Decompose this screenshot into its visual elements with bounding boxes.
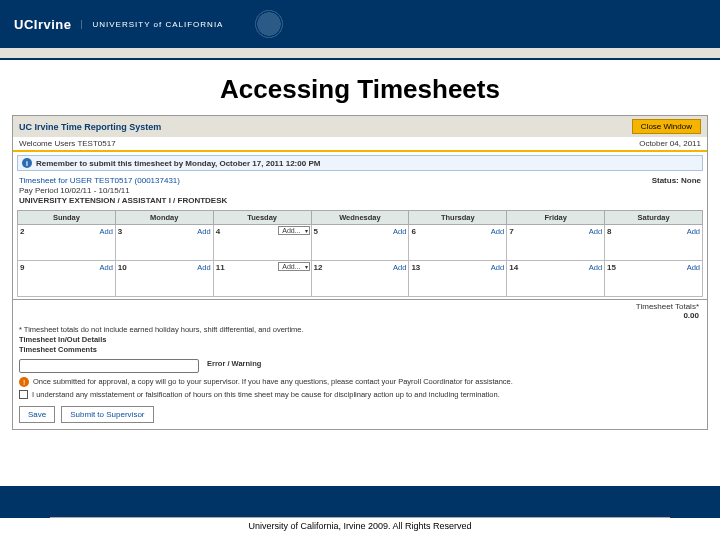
dept-role: UNIVERSITY EXTENSION / ASSISTANT I / FRO… (19, 196, 227, 205)
day-number: 4 (216, 227, 220, 236)
day-header: Tuesday (213, 211, 311, 225)
day-header: Friday (507, 211, 605, 225)
action-buttons: Save Submit to Supervisor (13, 400, 707, 429)
day-number: 5 (314, 227, 318, 236)
inout-details-label: Timesheet In/Out Details (19, 335, 701, 344)
pay-period: Pay Period 10/02/11 - 10/15/11 (19, 186, 227, 195)
calendar-cell[interactable]: 2Add (18, 225, 116, 261)
bottom-blue-band (0, 486, 720, 518)
calendar-cell[interactable]: 11Add... (213, 261, 311, 297)
disclaimer-text: Once submitted for approval, a copy will… (33, 377, 513, 386)
calendar-cell[interactable]: 10Add (115, 261, 213, 297)
calendar-cell[interactable]: 5Add (311, 225, 409, 261)
add-hours-dropdown[interactable]: Add... (278, 262, 309, 271)
brand-bar: UCIrvine UNIVERSITY of CALIFORNIA (0, 0, 720, 48)
add-hours-link[interactable]: Add (99, 227, 112, 236)
disclaimer-row: ! Once submitted for approval, a copy wi… (13, 375, 707, 389)
calendar-cell[interactable]: 9Add (18, 261, 116, 297)
comments-select[interactable] (19, 359, 199, 373)
totals-value: 0.00 (683, 311, 699, 320)
day-number: 3 (118, 227, 122, 236)
add-hours-dropdown[interactable]: Add... (278, 226, 309, 235)
day-number: 12 (314, 263, 323, 272)
trs-header: UC Irvine Time Reporting System Close Wi… (13, 116, 707, 137)
acknowledgement-row: I understand any misstatement or falsifi… (13, 389, 707, 400)
warning-icon: ! (19, 377, 29, 387)
calendar-cell[interactable]: 3Add (115, 225, 213, 261)
add-hours-link[interactable]: Add (491, 227, 504, 236)
day-number: 8 (607, 227, 611, 236)
comments-label: Timesheet Comments (19, 345, 701, 354)
day-header: Sunday (18, 211, 116, 225)
calendar-cell[interactable]: 8Add (605, 225, 703, 261)
brand-underline (0, 48, 720, 60)
add-hours-link[interactable]: Add (687, 263, 700, 272)
day-number: 10 (118, 263, 127, 272)
reminder-text: Remember to submit this timesheet by Mon… (36, 159, 320, 168)
calendar-cell[interactable]: 7Add (507, 225, 605, 261)
close-window-button[interactable]: Close Window (632, 119, 701, 134)
day-number: 9 (20, 263, 24, 272)
totals-label: Timesheet Totals* (636, 302, 699, 311)
timesheet-for-link[interactable]: Timesheet for USER TEST0517 (000137431) (19, 176, 180, 185)
calendar-cell[interactable]: 15Add (605, 261, 703, 297)
calendar-cell[interactable]: 13Add (409, 261, 507, 297)
add-hours-link[interactable]: Add (197, 227, 210, 236)
brand-logo: UCIrvine (14, 17, 71, 32)
error-warning-header: Error / Warning (207, 359, 261, 368)
seal-icon (239, 0, 299, 48)
calendar-grid: SundayMondayTuesdayWednesdayThursdayFrid… (17, 210, 703, 297)
submit-button[interactable]: Submit to Supervisor (61, 406, 153, 423)
info-icon: i (22, 158, 32, 168)
brand-sub: UNIVERSITY of CALIFORNIA (81, 20, 223, 29)
add-hours-link[interactable]: Add (491, 263, 504, 272)
add-hours-link[interactable]: Add (589, 263, 602, 272)
ack-text: I understand any misstatement or falsifi… (32, 390, 500, 399)
day-number: 11 (216, 263, 225, 272)
calendar-cell[interactable]: 4Add... (213, 225, 311, 261)
trs-system-name: UC Irvine Time Reporting System (19, 122, 161, 132)
timesheet-totals: Timesheet Totals* 0.00 (13, 299, 707, 322)
calendar-cell[interactable]: 6Add (409, 225, 507, 261)
day-header: Thursday (409, 211, 507, 225)
ack-checkbox[interactable] (19, 390, 28, 399)
totals-footnote: * Timesheet totals do not include earned… (19, 325, 701, 334)
status-value: None (681, 176, 701, 185)
day-number: 2 (20, 227, 24, 236)
day-number: 7 (509, 227, 513, 236)
day-number: 13 (411, 263, 420, 272)
save-button[interactable]: Save (19, 406, 55, 423)
add-hours-link[interactable]: Add (589, 227, 602, 236)
add-hours-link[interactable]: Add (99, 263, 112, 272)
day-number: 6 (411, 227, 415, 236)
day-number: 15 (607, 263, 616, 272)
calendar-cell[interactable]: 14Add (507, 261, 605, 297)
welcome-user: Welcome Users TEST0517 (19, 139, 116, 148)
day-header: Wednesday (311, 211, 409, 225)
day-header: Saturday (605, 211, 703, 225)
day-number: 14 (509, 263, 518, 272)
status-label: Status: (652, 176, 679, 185)
slide-title: Accessing Timesheets (0, 74, 720, 105)
welcome-bar: Welcome Users TEST0517 October 04, 2011 (13, 137, 707, 152)
trs-screenshot: UC Irvine Time Reporting System Close Wi… (12, 115, 708, 430)
reminder-banner: i Remember to submit this timesheet by M… (17, 155, 703, 171)
add-hours-link[interactable]: Add (393, 227, 406, 236)
add-hours-link[interactable]: Add (197, 263, 210, 272)
calendar-cell[interactable]: 12Add (311, 261, 409, 297)
comments-row: Error / Warning (13, 357, 707, 375)
add-hours-link[interactable]: Add (687, 227, 700, 236)
add-hours-link[interactable]: Add (393, 263, 406, 272)
day-header: Monday (115, 211, 213, 225)
timesheet-meta: Timesheet for USER TEST0517 (000137431) … (13, 174, 707, 208)
slide-footer: University of California, Irvine 2009. A… (50, 517, 670, 534)
current-date: October 04, 2011 (639, 139, 701, 148)
